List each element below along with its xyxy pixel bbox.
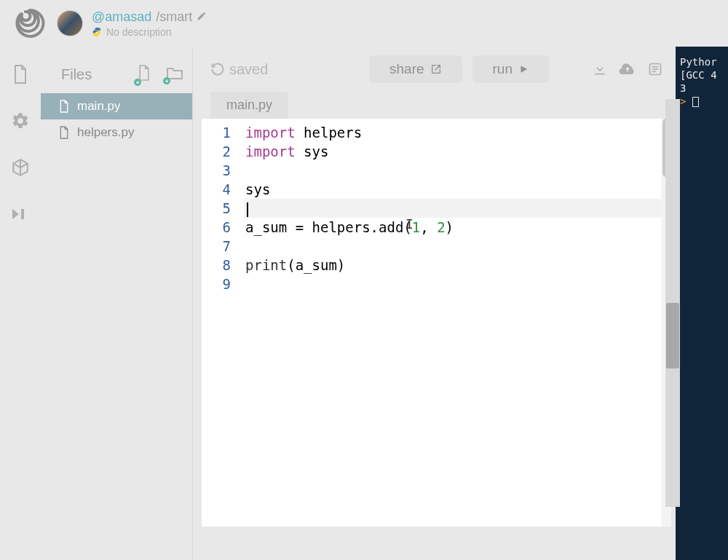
project-info: @amasad/smart No description (92, 9, 207, 38)
code-line: import sys (244, 142, 671, 161)
saved-indicator: saved (210, 61, 268, 78)
file-item-main[interactable]: main.py (41, 93, 192, 119)
play-icon (518, 64, 529, 74)
app-header: @amasad/smart No description (0, 0, 728, 47)
username-link[interactable]: @amasad (92, 9, 151, 25)
code-line: a_sum = helpers.add(1, 2) (244, 218, 671, 237)
cloud-icon (619, 62, 636, 76)
svg-point-1 (98, 34, 98, 35)
files-header: Files + + (41, 58, 192, 93)
code-line (244, 161, 671, 180)
console-line: [GCC 4 (680, 68, 724, 82)
code-line: print(a_sum) (244, 256, 671, 275)
share-button[interactable]: share (369, 55, 462, 83)
files-icon[interactable] (10, 64, 31, 84)
python-icon (92, 27, 102, 37)
svg-rect-2 (21, 209, 24, 219)
file-name: helpers.py (77, 125, 134, 140)
console-cursor (692, 97, 699, 107)
file-list: main.py helpers.py (41, 93, 192, 146)
console-panel[interactable]: Pythor [GCC 4 3 > (676, 47, 728, 560)
code-line: sys (244, 180, 671, 199)
text-cursor (247, 202, 248, 217)
download-button[interactable] (591, 60, 609, 78)
files-panel: Files + + main.py helpers.py (41, 47, 192, 560)
code-content[interactable]: import helpers import sys sys a_sum = he… (244, 119, 671, 527)
project-title: @amasad/smart (92, 9, 207, 25)
line-gutter: 1 2 3 4 5 6 7 8 9 (202, 119, 244, 527)
minimap-thumb[interactable] (666, 303, 679, 368)
editor-area: saved share run main.py (192, 47, 676, 560)
main-area: Files + + main.py helpers.py (0, 47, 728, 560)
new-folder-button[interactable]: + (166, 66, 183, 83)
minimap-scrollbar[interactable] (665, 99, 680, 507)
console-line: 3 (680, 82, 724, 95)
tab-main[interactable]: main.py (210, 92, 288, 119)
debugger-icon[interactable] (10, 204, 31, 224)
new-file-button[interactable]: + (137, 64, 151, 84)
cloud-upload-button[interactable] (619, 60, 636, 78)
code-line (244, 237, 671, 256)
console-line: Pythor (680, 55, 724, 68)
logo[interactable] (12, 5, 48, 42)
share-label: share (389, 61, 424, 77)
plus-icon: + (163, 77, 170, 84)
share-icon (430, 63, 442, 75)
files-label: Files (61, 66, 122, 83)
run-button[interactable]: run (472, 55, 549, 83)
spiral-icon (14, 7, 46, 39)
download-icon (593, 62, 607, 76)
sidebar-iconbar (0, 47, 41, 560)
file-icon (58, 125, 70, 140)
code-editor[interactable]: 1 2 3 4 5 6 7 8 9 import helpers import … (202, 119, 671, 527)
file-icon (58, 99, 70, 114)
gear-icon[interactable] (10, 111, 31, 131)
code-line: import helpers (244, 123, 671, 142)
history-icon (210, 62, 225, 76)
run-label: run (493, 61, 513, 77)
list-icon (648, 62, 662, 76)
user-avatar[interactable] (57, 10, 83, 36)
format-button[interactable] (646, 60, 664, 78)
code-line (244, 275, 671, 293)
tab-bar: main.py (202, 92, 676, 119)
file-item-helpers[interactable]: helpers.py (41, 119, 192, 146)
packages-icon[interactable] (10, 157, 31, 178)
console-prompt: > (680, 95, 686, 107)
saved-label: saved (229, 61, 268, 78)
plus-icon: + (134, 79, 141, 86)
editor-toolbar: saved share run (202, 55, 676, 92)
svg-point-0 (95, 28, 96, 29)
project-description-row: No description (92, 26, 207, 38)
pencil-icon[interactable] (197, 11, 207, 23)
file-name: main.py (77, 99, 121, 114)
code-line-current (244, 199, 671, 218)
console-prompt-line: > (680, 95, 724, 108)
project-name: /smart (156, 9, 192, 25)
project-description: No description (106, 26, 172, 38)
